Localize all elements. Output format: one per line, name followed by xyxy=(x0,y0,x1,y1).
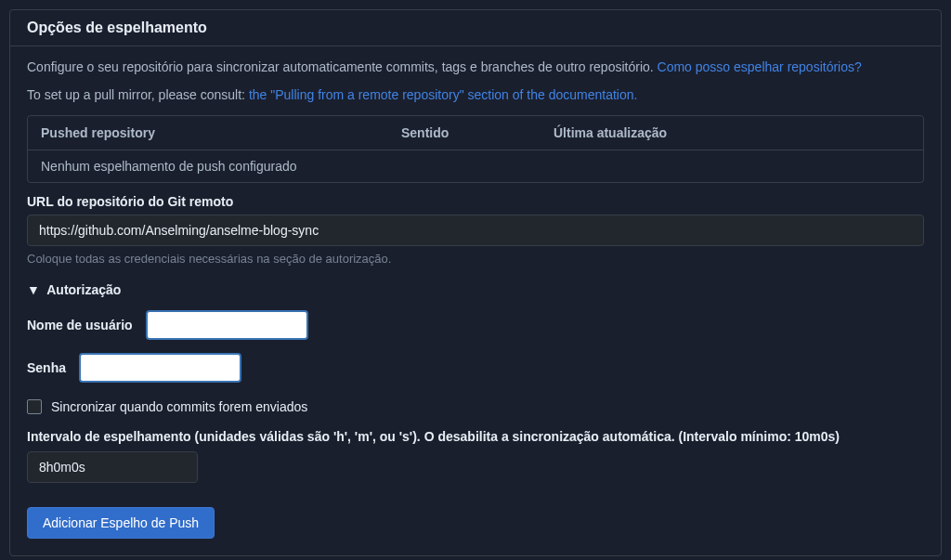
panel-body: Configure o seu repositório para sincron… xyxy=(10,46,941,555)
mirroring-panel: Opções de espelhamento Configure o seu r… xyxy=(9,9,942,556)
auth-section: ▼ Autorização Nome de usuário Senha xyxy=(27,282,924,383)
intro-link[interactable]: Como posso espelhar repositórios? xyxy=(658,59,862,74)
username-row: Nome de usuário xyxy=(27,310,924,340)
setup-text: To set up a pull mirror, please consult: xyxy=(27,87,249,102)
col-header-updated: Última atualização xyxy=(554,125,910,140)
disclosure-triangle-icon: ▼ xyxy=(27,282,40,297)
password-input[interactable] xyxy=(79,353,241,383)
auth-section-title: Autorização xyxy=(46,282,121,297)
url-input[interactable] xyxy=(27,215,924,246)
url-label: URL do repositório do Git remoto xyxy=(27,194,924,209)
add-push-mirror-button[interactable]: Adicionar Espelho de Push xyxy=(27,507,215,539)
interval-label: Intervalo de espelhamento (unidades váli… xyxy=(27,429,924,444)
password-label: Senha xyxy=(27,360,66,375)
sync-checkbox[interactable] xyxy=(27,399,42,414)
username-input[interactable] xyxy=(146,310,308,340)
intro-text-row: Configure o seu repositório para sincron… xyxy=(27,59,924,74)
auth-summary[interactable]: ▼ Autorização xyxy=(27,282,924,297)
setup-text-row: To set up a pull mirror, please consult:… xyxy=(27,87,924,102)
col-header-direction: Sentido xyxy=(401,125,554,140)
password-row: Senha xyxy=(27,353,924,383)
url-block: URL do repositório do Git remoto Coloque… xyxy=(27,194,924,266)
setup-link[interactable]: the "Pulling from a remote repository" s… xyxy=(249,87,638,102)
interval-block: Intervalo de espelhamento (unidades váli… xyxy=(27,429,924,483)
col-header-repo: Pushed repository xyxy=(41,125,401,140)
table-empty-row: Nenhum espelhamento de push configurado xyxy=(28,150,923,182)
table-header-row: Pushed repository Sentido Última atualiz… xyxy=(28,116,923,150)
panel-title: Opções de espelhamento xyxy=(10,10,941,46)
sync-checkbox-row[interactable]: Sincronizar quando commits forem enviado… xyxy=(27,399,924,414)
interval-input[interactable] xyxy=(27,451,198,483)
intro-text: Configure o seu repositório para sincron… xyxy=(27,59,658,74)
sync-checkbox-label: Sincronizar quando commits forem enviado… xyxy=(51,399,307,414)
username-label: Nome de usuário xyxy=(27,318,133,332)
mirror-table: Pushed repository Sentido Última atualiz… xyxy=(27,115,924,183)
url-help-text: Coloque todas as credenciais necessárias… xyxy=(27,252,924,266)
